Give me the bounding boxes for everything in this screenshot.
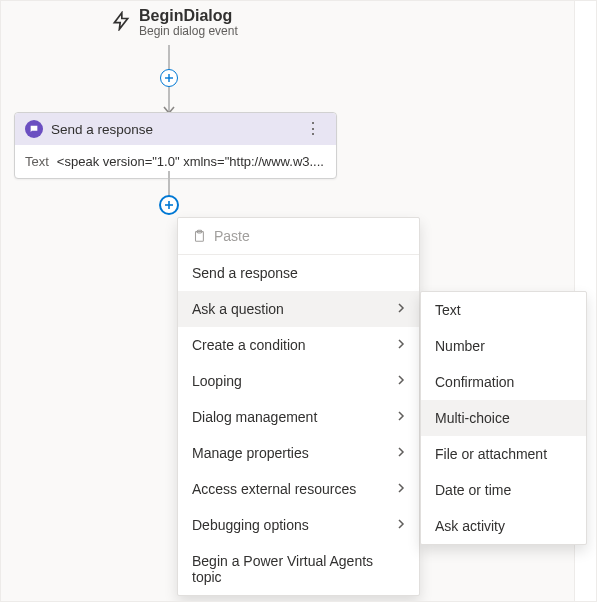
trigger-node[interactable]: BeginDialog Begin dialog event [111, 7, 238, 38]
menu-item-access-external-resources[interactable]: Access external resources [178, 471, 419, 507]
submenu-item-file-or-attachment[interactable]: File or attachment [421, 436, 586, 472]
menu-item-looping[interactable]: Looping [178, 363, 419, 399]
text-value: <speak version="1.0" xmlns="http://www.w… [57, 154, 326, 169]
menu-item-create-a-condition[interactable]: Create a condition [178, 327, 419, 363]
paste-icon [192, 229, 206, 243]
menu-label: Access external resources [192, 481, 356, 497]
menu-label: Dialog management [192, 409, 317, 425]
menu-item-paste: Paste [178, 218, 419, 255]
menu-label: Paste [214, 228, 250, 244]
menu-label: Looping [192, 373, 242, 389]
chevron-right-icon [397, 337, 405, 353]
ask-question-submenu: TextNumberConfirmationMulti-choiceFile o… [420, 291, 587, 545]
chevron-right-icon [397, 301, 405, 317]
menu-item-dialog-management[interactable]: Dialog management [178, 399, 419, 435]
chat-icon [25, 120, 43, 138]
menu-item-ask-a-question[interactable]: Ask a question [178, 291, 419, 327]
submenu-item-number[interactable]: Number [421, 328, 586, 364]
chevron-right-icon [397, 409, 405, 425]
menu-label: Send a response [192, 265, 298, 281]
menu-item-debugging-options[interactable]: Debugging options [178, 507, 419, 543]
menu-label: Begin a Power Virtual Agents topic [192, 553, 405, 585]
trigger-subtitle: Begin dialog event [139, 24, 238, 38]
add-node-button-bottom[interactable] [159, 195, 179, 215]
action-menu: Paste Send a responseAsk a questionCreat… [177, 217, 420, 596]
svg-marker-0 [114, 13, 127, 30]
chevron-right-icon [397, 445, 405, 461]
send-response-node[interactable]: Send a response ⋮ Text <speak version="1… [14, 112, 337, 179]
submenu-item-confirmation[interactable]: Confirmation [421, 364, 586, 400]
menu-item-begin-a-power-virtual-agents-topic[interactable]: Begin a Power Virtual Agents topic [178, 543, 419, 595]
chevron-right-icon [397, 517, 405, 533]
submenu-item-multi-choice[interactable]: Multi-choice [421, 400, 586, 436]
node-title: Send a response [51, 122, 293, 137]
lightning-icon [111, 11, 131, 31]
node-body: Text <speak version="1.0" xmlns="http://… [15, 145, 336, 178]
add-node-button-top[interactable] [160, 69, 178, 87]
chevron-right-icon [397, 373, 405, 389]
submenu-item-ask-activity[interactable]: Ask activity [421, 508, 586, 544]
menu-label: Create a condition [192, 337, 306, 353]
submenu-item-text[interactable]: Text [421, 292, 586, 328]
trigger-title: BeginDialog [139, 7, 238, 25]
chevron-right-icon [397, 481, 405, 497]
node-header: Send a response ⋮ [15, 113, 336, 145]
menu-label: Ask a question [192, 301, 284, 317]
text-label: Text [25, 154, 49, 169]
submenu-item-date-or-time[interactable]: Date or time [421, 472, 586, 508]
node-more-button[interactable]: ⋮ [301, 121, 326, 137]
menu-item-send-a-response[interactable]: Send a response [178, 255, 419, 291]
menu-label: Debugging options [192, 517, 309, 533]
menu-item-manage-properties[interactable]: Manage properties [178, 435, 419, 471]
menu-label: Manage properties [192, 445, 309, 461]
